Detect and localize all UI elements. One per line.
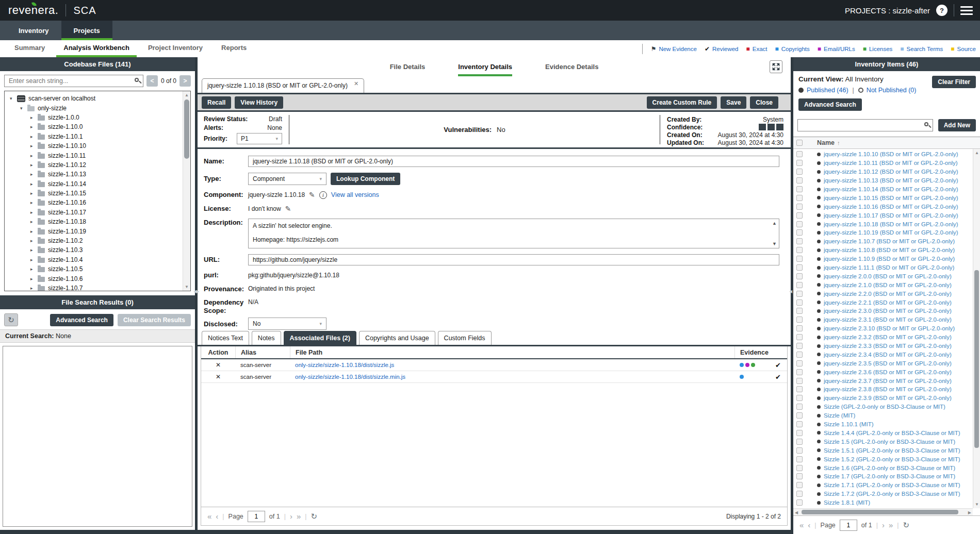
inventory-item-checkbox[interactable] [796,212,803,219]
inventory-item-checkbox[interactable] [796,221,803,227]
inventory-item[interactable]: jquery-sizzle 2.3.4 (BSD or MIT or GPL-2… [793,350,973,359]
scroll-down-icon[interactable]: ▼ [185,285,189,289]
inventory-item-link[interactable]: jquery-sizzle 1.10.15 (BSD or MIT or GPL… [824,195,958,201]
name-field[interactable] [248,156,779,167]
inventory-item[interactable]: jquery-sizzle 2.3.5 (BSD or MIT or GPL-2… [793,359,973,368]
tree-item[interactable]: ▸ sizzle-1.10.10 [7,141,182,151]
inventory-advanced-search-button[interactable]: Advanced Search [798,98,862,111]
left-splitter[interactable]: ◀▶ [195,57,198,534]
inventory-item[interactable]: jquery-sizzle 2.3.2 (BSD or MIT or GPL-2… [793,333,973,342]
tree-expander-icon[interactable]: ▸ [30,143,38,148]
inventory-item-link[interactable]: Sizzle 1.7 (GPL-2.0-only or BSD-3-Clause… [824,473,955,479]
detail-sub-tab[interactable]: Notices Text [202,331,249,345]
inventory-item[interactable]: jquery-sizzle 2.3.10 (BSD or MIT or GPL-… [793,324,973,333]
close-button[interactable]: Close [750,96,778,109]
inventory-item-link[interactable]: Sizzle (MIT) [824,412,855,419]
type-select[interactable]: Component ▾ [248,173,326,185]
inventory-item-link[interactable]: jquery-sizzle 2.1.0 (BSD or MIT or GPL-2… [824,282,952,288]
remove-file-button[interactable]: ✕ [201,359,235,371]
inventory-search-input[interactable] [797,119,933,131]
legend-label[interactable]: Copyrights [781,46,810,52]
inventory-item[interactable]: jquery-sizzle 2.3.7 (BSD or MIT or GPL-2… [793,376,973,385]
legend-label[interactable]: Exact [753,46,767,52]
tree-expander-icon[interactable]: ▸ [30,210,38,215]
maximize-icon[interactable] [770,60,782,73]
last-page-icon[interactable]: » [297,512,301,521]
inventory-item-checkbox[interactable] [796,412,803,419]
inventory-item[interactable]: jquery-sizzle 1.10.11 (BSD or MIT or GPL… [793,159,973,168]
detail-sub-tab[interactable]: Copyrights and Usage [359,331,435,345]
tree-item[interactable]: ▸ sizzle-1.10.7 [7,283,182,291]
tree-expander-icon[interactable]: ▸ [30,115,38,120]
inventory-item-checkbox[interactable] [796,291,803,297]
scrollbar-thumb[interactable] [802,510,958,514]
scroll-down-icon[interactable]: ▼ [772,241,777,246]
inventory-item[interactable]: jquery-sizzle 2.2.1 (BSD or MIT or GPL-2… [793,298,973,307]
tree-expander-icon[interactable]: ▸ [30,134,38,139]
inventory-item-checkbox[interactable] [796,378,803,384]
tree-expander-icon[interactable]: ▸ [30,219,38,224]
inventory-item-checkbox[interactable] [796,439,803,445]
next-page-icon[interactable]: › [290,512,292,521]
inventory-item-link[interactable]: jquery-sizzle 1.10.8 (BSD or MIT or GPL-… [824,247,955,253]
inventory-item-link[interactable]: jquery-sizzle 1.10.19 (BSD or MIT or GPL… [824,229,958,236]
inventory-item-link[interactable]: jquery-sizzle 2.3.2 (BSD or MIT or GPL-2… [824,334,952,340]
inventory-item[interactable]: Sizzle 1.6 (GPL-2.0-only or BSD-3-Clause… [793,463,973,472]
edit-pencil-icon[interactable]: ✎ [285,205,291,213]
published-filter-icon[interactable] [798,88,804,93]
inventory-item[interactable]: jquery-sizzle 2.1.0 (BSD or MIT or GPL-2… [793,280,973,289]
file-path-link[interactable]: only-sizzle/sizzle-1.10.18/dist/sizzle.j… [290,359,734,371]
view-history-button[interactable]: View History [235,96,283,109]
scroll-up-icon[interactable]: ▲ [975,151,979,155]
tree-item[interactable]: ▸ sizzle-1.10.11 [7,151,182,160]
select-all-checkbox[interactable] [796,140,803,146]
tree-expander-icon[interactable]: ▸ [30,286,38,291]
tree-expander-icon[interactable]: ▸ [30,162,38,168]
inventory-item-link[interactable]: Sizzle 1.10.1 (MIT) [824,421,874,427]
inventory-item[interactable]: jquery-sizzle 2.3.9 (BSD or MIT or GPL-2… [793,394,973,403]
tree-item[interactable]: ▾ scan-server on localhost [7,94,182,103]
inventory-item-checkbox[interactable] [796,204,803,210]
scroll-left-icon[interactable]: ◀ [795,510,798,515]
tree-item[interactable]: ▾ only-sizzle [7,103,182,112]
inventory-item-link[interactable]: Sizzle 1.7.2 (GPL-2.0-only or BSD-3-Clau… [824,491,960,497]
next-page-icon[interactable]: › [882,521,885,529]
first-page-icon[interactable]: « [799,521,804,529]
tree-expander-icon[interactable]: ▸ [30,153,38,158]
inventory-item-link[interactable]: jquery-sizzle 2.0.0 (BSD or MIT or GPL-2… [824,273,952,279]
inventory-item-link[interactable]: jquery-sizzle 1.10.16 (BSD or MIT or GPL… [824,204,958,210]
inventory-item[interactable]: Sizzle 1.7.1 (GPL-2.0-only or BSD-3-Clau… [793,481,973,490]
detail-sub-tab[interactable]: Notes [252,331,281,345]
inventory-item-checkbox[interactable] [796,369,803,375]
inventory-item[interactable]: jquery-sizzle 2.3.3 (BSD or MIT or GPL-2… [793,342,973,351]
inventory-item[interactable]: jquery-sizzle 2.3.8 (BSD or MIT or GPL-2… [793,385,973,394]
inventory-item[interactable]: jquery-sizzle 2.2.0 (BSD or MIT or GPL-2… [793,289,973,298]
save-button[interactable]: Save [721,96,746,109]
inventory-item-link[interactable]: jquery-sizzle 1.10.12 (BSD or MIT or GPL… [824,169,958,175]
tree-expander-icon[interactable]: ▸ [30,276,38,281]
inventory-item-link[interactable]: jquery-sizzle 2.3.1 (BSD or MIT or GPL-2… [824,316,952,323]
search-next-button[interactable]: > [179,75,191,87]
tree-item[interactable]: ▸ sizzle-1.10.15 [7,189,182,198]
scroll-down-icon[interactable]: ▼ [975,502,979,507]
inventory-item[interactable]: jquery-sizzle 1.10.10 (BSD or MIT or GPL… [793,150,973,159]
inventory-item[interactable]: Sizzle 1.8.1 (MIT) [793,498,973,507]
inventory-item-link[interactable]: Sizzle 1.8.1 (MIT) [824,499,870,506]
inventory-item-link[interactable]: jquery-sizzle 2.2.0 (BSD or MIT or GPL-2… [824,291,952,297]
tree-item[interactable]: ▸ sizzle-1.10.3 [7,245,182,255]
tree-item[interactable]: ▸ sizzle-1.10.5 [7,264,182,274]
inventory-item[interactable]: jquery-sizzle 1.10.13 (BSD or MIT or GPL… [793,176,973,185]
refresh-icon[interactable]: ↻ [4,313,18,326]
recall-button[interactable]: Recall [202,96,231,109]
tree-expander-icon[interactable]: ▸ [30,229,38,234]
tree-expander-icon[interactable]: ▸ [30,247,38,253]
refresh-icon[interactable]: ↻ [311,512,318,521]
tree-expander-icon[interactable]: ▸ [30,172,38,177]
inventory-item-link[interactable]: jquery-sizzle 2.3.6 (BSD or MIT or GPL-2… [824,369,952,375]
inventory-item-link[interactable]: jquery-sizzle 2.3.4 (BSD or MIT or GPL-2… [824,352,952,358]
inventory-item[interactable]: jquery-sizzle 1.11.1 (BSD or MIT or GPL-… [793,263,973,272]
edit-pencil-icon[interactable]: ✎ [309,191,315,199]
prev-page-icon[interactable]: ‹ [216,512,218,521]
main-nav-tab[interactable]: Projects [61,21,112,40]
inventory-item[interactable]: jquery-sizzle 1.10.12 (BSD or MIT or GPL… [793,168,973,176]
